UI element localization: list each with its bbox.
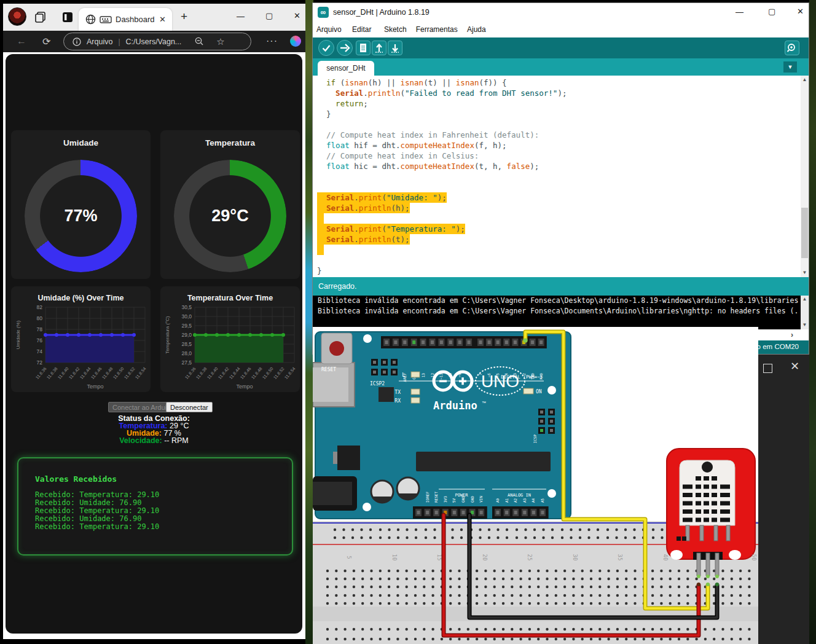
save-arrow-icon [388, 41, 402, 55]
serial-monitor-button[interactable] [785, 41, 799, 55]
svg-text:UNO: UNO [481, 372, 519, 391]
close-button[interactable]: ✕ [294, 11, 300, 20]
refresh-icon[interactable]: ⟳ [42, 36, 50, 47]
svg-text:11.8.48: 11.8.48 [251, 366, 263, 380]
browser-tab[interactable]: Dashboard ✕ [79, 8, 172, 31]
url-text[interactable]: C:/Users/Vagn... [126, 37, 182, 46]
code-line: Serial.println(h); [317, 203, 410, 213]
site-permission-label[interactable]: Arquivo [87, 37, 112, 46]
svg-text:20: 20 [482, 554, 488, 561]
save-sketch-button[interactable] [388, 41, 402, 55]
console-scroll-down-icon[interactable]: ▼ [801, 322, 809, 328]
open-sketch-button[interactable] [372, 41, 386, 55]
svg-text:Tempo: Tempo [87, 383, 103, 390]
received-values-title: Valores Recebidos [35, 474, 117, 484]
svg-text:30: 30 [572, 554, 578, 561]
temperature-chart-card: Temperatura Over Time 30,530,029,529,028… [160, 286, 300, 392]
code-editor[interactable]: if (isnan(h) || isnan(t) || isnan(f)) { … [313, 76, 801, 277]
svg-text:28,5: 28,5 [181, 341, 192, 347]
right-arrow-icon [337, 41, 352, 55]
humidity-chart: 82807876747211.8.3611.8.3811.8.4011.8.42… [11, 302, 151, 392]
verify-button[interactable] [318, 40, 334, 56]
vertical-tabs-icon[interactable] [61, 10, 74, 24]
ide-close-button[interactable]: ✕ [797, 7, 804, 16]
svg-text:11.8.40: 11.8.40 [57, 366, 69, 380]
info-icon [73, 37, 81, 46]
ide-minimize-button[interactable]: — [736, 7, 743, 17]
editor-scroll-thumb[interactable] [801, 208, 808, 258]
menu-ajuda[interactable]: Ajuda [467, 25, 486, 34]
code-line [317, 245, 324, 255]
favorite-star-icon[interactable]: ☆ [216, 36, 224, 47]
fritzing-wiring-photo: 510152025303540RESETAREFGND1312~11~10~98… [313, 327, 758, 644]
open-arrow-icon [372, 41, 386, 55]
code-line [317, 213, 324, 224]
arduino-ide-window: ∞ sensor_DHt | Arduino 1.8.19 — ▢ ✕ Arqu… [312, 2, 809, 355]
svg-text:13: 13 [421, 373, 425, 378]
viewer-close-icon[interactable]: ✕ [790, 359, 799, 373]
svg-text:3V3: 3V3 [443, 496, 447, 503]
humidity-gauge-card: Umidade 77% [11, 130, 151, 279]
svg-text:IOREF: IOREF [425, 492, 430, 503]
tab-close-icon[interactable]: ✕ [159, 15, 166, 24]
menu-sketch[interactable]: Sketch [384, 25, 407, 34]
ide-maximize-button[interactable]: ▢ [768, 7, 775, 16]
temperature-gauge-value: 29°C [160, 206, 300, 226]
svg-text:11.8.48: 11.8.48 [101, 366, 114, 380]
ide-status-text: Carregado. [318, 282, 357, 291]
browser-tab-strip: Dashboard ✕ + — ▢ ✕ [3, 4, 305, 31]
svg-text:11.8.50: 11.8.50 [112, 366, 125, 380]
check-icon [319, 41, 334, 55]
zoom-out-icon[interactable] [195, 37, 204, 46]
svg-text:Umidade (%): Umidade (%) [15, 320, 21, 349]
svg-text:78: 78 [37, 326, 43, 332]
svg-text:74: 74 [37, 348, 43, 355]
svg-text:VIN: VIN [479, 496, 483, 503]
scroll-up-icon[interactable]: ▲ [801, 77, 809, 82]
maximize-button[interactable]: ▢ [265, 11, 273, 20]
browser-viewport: Umidade 77% Temperatura 29°C Umidade (%)… [3, 52, 305, 639]
address-bar[interactable]: Arquivo | C:/Users/Vagn... ☆ [63, 33, 251, 50]
svg-text:11.8.38: 11.8.38 [195, 366, 208, 380]
viewer-maximize-icon[interactable] [763, 364, 772, 373]
sketch-tab[interactable]: sensor_DHt [318, 61, 374, 76]
scroll-down-icon[interactable]: ▼ [801, 270, 809, 275]
status-rows: Temperatura: 29 °CUmidade: 77 %Velocidad… [6, 422, 302, 444]
minimize-button[interactable]: — [237, 12, 245, 21]
new-tab-button[interactable]: + [181, 10, 187, 23]
editor-scrollbar[interactable]: ▲ ▼ [801, 76, 809, 277]
tab-dropdown-icon[interactable]: ▼ [783, 61, 797, 73]
humidity-chart-card: Umidade (%) Over Time 82807876747211.8.3… [11, 286, 151, 392]
code-line: if (isnan(h) || isnan(t) || isnan(f)) { [317, 77, 507, 88]
temperature-chart: 30,530,029,529,028,528,027,511.8.3611.8.… [160, 302, 300, 392]
photo-viewer-panel: ✕ [758, 355, 809, 644]
svg-text:11.8.40: 11.8.40 [206, 366, 219, 380]
ide-console[interactable]: Biblioteca inválida encontrada em C:\Use… [313, 296, 801, 329]
menu-editar[interactable]: Editar [352, 25, 371, 34]
svg-text:RESET: RESET [434, 492, 438, 503]
svg-text:29,0: 29,0 [181, 332, 192, 338]
profile-avatar[interactable] [8, 7, 26, 26]
svg-text:™: ™ [482, 401, 486, 405]
new-sketch-button[interactable] [356, 41, 371, 55]
code-line: float hif = dht.computeHeatIndex(f, h); [317, 140, 507, 151]
browser-toolbar: ← ⟳ Arquivo | C:/Users/Vagn... ☆ ··· [3, 31, 305, 52]
svg-text:A2: A2 [513, 498, 517, 503]
svg-text:Temperatura (°C): Temperatura (°C) [165, 316, 170, 354]
menu-ferramentas[interactable]: Ferramentas [416, 25, 458, 34]
scroll-right-icon[interactable]: › [791, 331, 793, 339]
svg-text:30,0: 30,0 [181, 313, 192, 320]
back-icon[interactable]: ← [17, 36, 26, 47]
more-menu-icon[interactable]: ··· [266, 36, 278, 47]
console-scroll-up-icon[interactable]: ▲ [801, 296, 809, 302]
code-line: // Compute heat index in Fahrenheit (def… [317, 130, 539, 140]
ide-title-bar: ∞ sensor_DHt | Arduino 1.8.19 — ▢ ✕ [313, 3, 809, 22]
menu-arquivo[interactable]: Arquivo [316, 25, 342, 34]
workspaces-icon[interactable] [34, 10, 47, 24]
console-scrollbar[interactable]: ▲ ▼ [801, 296, 809, 329]
received-line: Recebido: Temperatura: 29.10 [35, 523, 159, 531]
svg-text:RX: RX [394, 398, 401, 404]
upload-button[interactable] [337, 40, 353, 56]
copilot-icon[interactable] [290, 36, 301, 47]
disconnect-button[interactable]: Desconectar [166, 402, 213, 412]
